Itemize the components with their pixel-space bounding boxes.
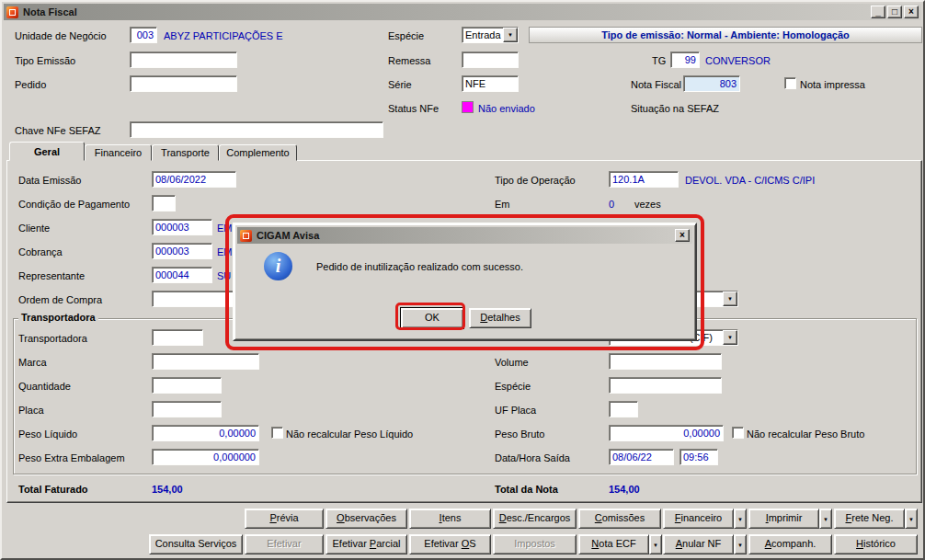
- status-nfe-indicator: [462, 101, 474, 113]
- frete-neg-dropdown-button[interactable]: ▼: [905, 509, 918, 529]
- itens-button[interactable]: Itens: [409, 509, 491, 529]
- status-nfe-value: Não enviado: [478, 103, 535, 114]
- serie-label: Série: [388, 79, 412, 90]
- previa-button[interactable]: Prévia: [245, 509, 324, 529]
- chave-nfe-field[interactable]: [130, 121, 383, 138]
- tab-complemento[interactable]: Complemento: [219, 144, 297, 161]
- condicao-pagamento-label: Condição de Pagamento: [18, 199, 130, 210]
- cobranca-field[interactable]: 000003: [152, 243, 212, 259]
- nota-ecf-button[interactable]: Nota ECF: [578, 534, 649, 554]
- desc-encargos-button[interactable]: Desc./Encargos: [493, 509, 577, 529]
- marca-label: Marca: [18, 357, 47, 368]
- tab-financeiro[interactable]: Financeiro: [85, 144, 152, 161]
- cigam-logo-icon: [6, 6, 18, 18]
- observacoes-button[interactable]: Observações: [325, 509, 407, 529]
- em-value: 0: [609, 199, 614, 210]
- close-button[interactable]: ×: [904, 6, 919, 18]
- emission-environment-banner: Tipo de emissão: Normal - Ambiente: Homo…: [529, 27, 922, 43]
- unidade-negocio-field[interactable]: 003: [130, 27, 157, 43]
- hora-saida-field[interactable]: 09:56: [679, 449, 718, 465]
- nao-recalcular-peso-liquido-checkbox[interactable]: [271, 427, 283, 439]
- uf-placa-label: UF Placa: [495, 405, 536, 416]
- chevron-down-icon: ▼: [737, 543, 743, 548]
- nota-ecf-dropdown-button[interactable]: ▼: [649, 534, 662, 554]
- peso-liquido-field[interactable]: 0,00000: [152, 425, 259, 441]
- especie-transporte-label: Espécie: [495, 381, 531, 392]
- volume-field[interactable]: [609, 353, 722, 370]
- quantidade-field[interactable]: [152, 377, 222, 394]
- imprimir-button[interactable]: Imprimir: [748, 509, 819, 529]
- status-nfe-label: Status NFe: [388, 103, 439, 114]
- especie-combo[interactable]: Entrada ▼: [462, 27, 519, 43]
- detalhes-button[interactable]: Detalhes: [469, 308, 531, 328]
- pedido-field[interactable]: [130, 75, 237, 92]
- total-faturado-label: Total Faturado: [18, 484, 88, 495]
- nao-recalcular-peso-bruto-label: Não recalcular Peso Bruto: [747, 429, 864, 440]
- acompanh-button[interactable]: Acompanh.: [748, 534, 832, 554]
- chevron-down-icon[interactable]: ▼: [503, 28, 518, 42]
- tg-field[interactable]: 99: [670, 51, 700, 68]
- especie-transporte-field[interactable]: [609, 377, 722, 394]
- chevron-down-icon[interactable]: ▼: [723, 330, 737, 345]
- especie-label: Espécie: [388, 30, 424, 41]
- uf-placa-field[interactable]: [609, 401, 638, 417]
- tab-geral[interactable]: Geral: [9, 142, 85, 161]
- em-label: Em: [495, 199, 510, 210]
- peso-extra-field[interactable]: 0,000000: [152, 449, 259, 465]
- peso-bruto-field[interactable]: 0,00000: [609, 425, 724, 441]
- condicao-pagamento-field[interactable]: [152, 195, 176, 211]
- nao-recalcular-peso-bruto-checkbox[interactable]: [732, 427, 744, 439]
- tipo-emissao-label: Tipo Emissão: [15, 55, 75, 66]
- quantidade-label: Quantidade: [18, 381, 71, 392]
- serie-field[interactable]: NFE: [462, 75, 519, 92]
- cobranca-label: Cobrança: [18, 246, 63, 257]
- historico-button[interactable]: Histórico: [834, 534, 918, 554]
- dialog-close-button[interactable]: ×: [675, 229, 690, 242]
- efetivar-os-button[interactable]: Efetivar OS: [409, 534, 491, 554]
- representante-field[interactable]: 000044: [152, 267, 212, 283]
- transportadora-label: Transportadora: [18, 333, 87, 344]
- cigam-logo-icon: [240, 230, 252, 242]
- remessa-field[interactable]: [462, 51, 519, 68]
- data-emissao-field[interactable]: 08/06/2022: [152, 171, 236, 188]
- chevron-down-icon: ▼: [653, 543, 658, 548]
- imprimir-dropdown-button[interactable]: ▼: [819, 509, 832, 529]
- transportadora-field[interactable]: [152, 329, 203, 346]
- tab-transporte[interactable]: Transporte: [152, 144, 219, 161]
- tipo-emissao-field[interactable]: [130, 51, 237, 68]
- total-nota-label: Total da Nota: [495, 484, 558, 495]
- financeiro-button[interactable]: Financeiro: [663, 509, 734, 529]
- dialog-title: CIGAM Avisa: [257, 230, 673, 241]
- maximize-button[interactable]: □: [887, 6, 902, 18]
- minimize-button[interactable]: _: [871, 6, 885, 18]
- consulta-servicos-button[interactable]: Consulta Serviços: [149, 534, 243, 554]
- info-icon: i: [264, 252, 292, 280]
- nota-fiscal-field[interactable]: 803: [683, 75, 740, 92]
- chave-nfe-label: Chave NFe SEFAZ: [15, 125, 101, 136]
- ok-button-highlight-annotation: [395, 303, 465, 330]
- dialog-titlebar[interactable]: CIGAM Avisa ×: [237, 227, 692, 244]
- anular-nf-button[interactable]: Anular NF: [663, 534, 734, 554]
- remessa-label: Remessa: [388, 55, 430, 66]
- dialog-message: Pedido de inutilização realizado com suc…: [316, 261, 523, 272]
- data-hora-saida-label: Data/Hora Saída: [495, 452, 570, 463]
- nota-impressa-label: Nota impressa: [800, 79, 865, 90]
- chevron-down-icon: ▼: [737, 517, 743, 522]
- cliente-field[interactable]: 000003: [152, 219, 212, 235]
- marca-field[interactable]: [152, 353, 259, 370]
- comissoes-button[interactable]: Comissões: [578, 509, 661, 529]
- volume-label: Volume: [495, 357, 529, 368]
- placa-field[interactable]: [152, 401, 222, 417]
- nao-recalcular-peso-liquido-label: Não recalcular Peso Líquido: [286, 429, 413, 440]
- nota-impressa-checkbox[interactable]: [784, 77, 796, 89]
- anular-nf-dropdown-button[interactable]: ▼: [734, 534, 747, 554]
- frete-neg-button[interactable]: Frete Neg.: [834, 509, 905, 529]
- window-titlebar[interactable]: Nota Fiscal _ □ ×: [4, 4, 921, 20]
- data-saida-field[interactable]: 08/06/22: [609, 449, 674, 465]
- efetivar-parcial-button[interactable]: Efetivar Parcial: [325, 534, 407, 554]
- tipo-operacao-field[interactable]: 120.1A: [609, 171, 679, 188]
- representante-label: Representante: [18, 270, 85, 281]
- transportadora-group-label: Transportadora: [18, 312, 98, 323]
- chevron-down-icon[interactable]: ▼: [723, 291, 737, 306]
- financeiro-dropdown-button[interactable]: ▼: [734, 509, 747, 529]
